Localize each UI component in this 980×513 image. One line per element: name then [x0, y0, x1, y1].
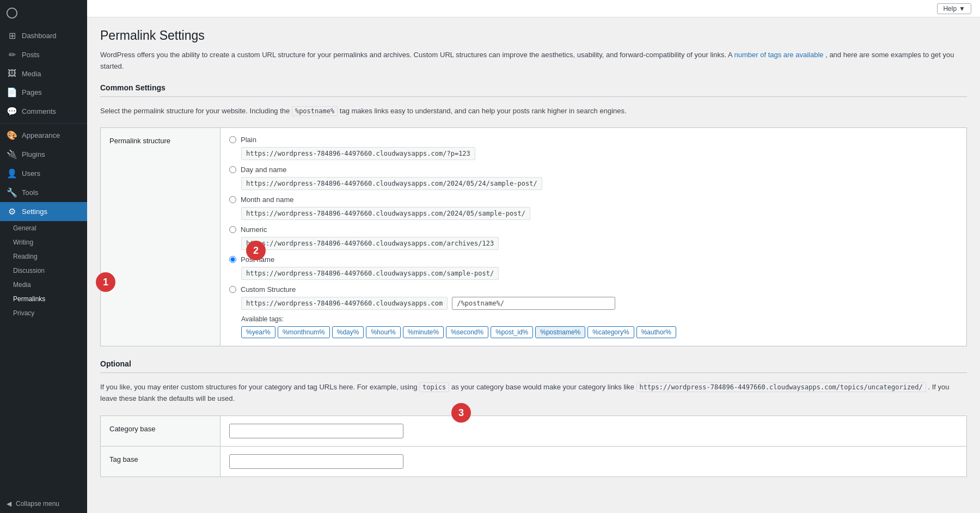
sidebar-item-label: Tools	[22, 188, 38, 197]
permalink-structure-row: Permalink structure Plain https://wordpr…	[101, 128, 966, 346]
tag-minute[interactable]: %minute%	[403, 326, 444, 338]
common-settings-title: Common Settings	[100, 83, 967, 97]
collapse-menu-label: Collapse menu	[16, 500, 59, 508]
sidebar-item-users[interactable]: 👤 Users	[0, 164, 87, 183]
collapse-arrow-icon: ◀	[7, 500, 11, 508]
tag-year[interactable]: %year%	[241, 326, 275, 338]
main-area: Help ▼ 1 2 3 Permalink Settings WordPres…	[87, 0, 980, 513]
radio-numeric: Numeric	[229, 225, 958, 234]
tag-post-id[interactable]: %post_id%	[491, 326, 533, 338]
plugins-icon: 🔌	[7, 149, 17, 160]
tags-available-link[interactable]: number of tags are available	[734, 51, 823, 59]
numeric-url: https://wordpress-784896-4497660.cloudwa…	[241, 237, 499, 250]
radio-custom: Custom Structure	[229, 285, 958, 294]
sidebar-item-tools[interactable]: 🔧 Tools	[0, 183, 87, 202]
permalinks-wrapper: 1 2 3 Permalink Settings WordPress offer…	[100, 28, 967, 477]
category-base-content	[220, 416, 966, 447]
collapse-menu-button[interactable]: ◀ Collapse menu	[0, 494, 87, 513]
optional-title: Optional	[100, 359, 967, 373]
tags-list: %year% %monthnum% %day% %hour% %minute% …	[241, 326, 958, 338]
settings-icon: ⚙	[7, 206, 17, 217]
sidebar-divider	[0, 123, 87, 124]
tag-day[interactable]: %day%	[332, 326, 364, 338]
common-settings-box: Permalink structure Plain https://wordpr…	[100, 127, 967, 346]
radio-custom-label[interactable]: Custom Structure	[241, 285, 296, 294]
content-area: 1 2 3 Permalink Settings WordPress offer…	[87, 17, 980, 513]
custom-structure-row: https://wordpress-784896-4497660.cloudwa…	[241, 297, 958, 310]
help-label: Help	[943, 5, 957, 13]
month-name-url: https://wordpress-784896-4497660.cloudwa…	[241, 207, 530, 220]
sidebar-item-label: Comments	[22, 107, 56, 115]
radio-plain-label[interactable]: Plain	[241, 136, 256, 144]
radio-month-name: Month and name	[229, 196, 958, 204]
permalink-structure-label: Permalink structure	[101, 128, 220, 346]
common-settings-desc: Select the permalink structure for your …	[100, 106, 967, 117]
radio-custom-input[interactable]	[229, 286, 236, 293]
sidebar-item-label: Posts	[22, 51, 40, 59]
topbar: Help ▼	[87, 0, 980, 17]
sidebar-sub-reading[interactable]: Reading	[0, 249, 87, 264]
radio-month-name-input[interactable]	[229, 196, 236, 203]
radio-post-name-input[interactable]	[229, 256, 236, 263]
radio-post-name: Post name	[229, 255, 958, 264]
sidebar-item-label: Dashboard	[22, 32, 57, 40]
sidebar-item-media[interactable]: 🖼 Media	[0, 64, 87, 83]
category-base-label: Category base	[101, 416, 220, 447]
tag-hour[interactable]: %hour%	[366, 326, 400, 338]
sidebar-sub-discussion[interactable]: Discussion	[0, 264, 87, 278]
optional-url-example: https://wordpress-784896-4497660.cloudwa…	[636, 382, 926, 392]
sidebar-item-posts[interactable]: ✏ Posts	[0, 45, 87, 64]
sidebar-sub-permalinks[interactable]: Permalinks	[0, 292, 87, 306]
radio-plain-input[interactable]	[229, 136, 236, 143]
users-icon: 👤	[7, 168, 17, 179]
sidebar-item-label: Pages	[22, 88, 42, 96]
available-tags-label: Available tags:	[241, 315, 958, 323]
pages-icon: 📄	[7, 87, 17, 97]
sidebar-item-plugins[interactable]: 🔌 Plugins	[0, 145, 87, 164]
sidebar-sub-media[interactable]: Media	[0, 278, 87, 292]
category-base-input[interactable]	[229, 424, 403, 438]
available-tags-section: Available tags: %year% %monthnum% %day% …	[241, 315, 958, 338]
sidebar-item-label: Settings	[22, 207, 47, 216]
custom-structure-input[interactable]	[452, 297, 615, 310]
tag-author[interactable]: %author%	[636, 326, 676, 338]
radio-month-name-label[interactable]: Month and name	[241, 196, 294, 204]
radio-day-name-label[interactable]: Day and name	[241, 166, 287, 174]
intro-text: WordPress offers you the ability to crea…	[100, 50, 967, 72]
appearance-icon: 🎨	[7, 130, 17, 141]
sidebar-sub-privacy[interactable]: Privacy	[0, 306, 87, 320]
tools-icon: 🔧	[7, 187, 17, 198]
radio-day-name-input[interactable]	[229, 166, 236, 173]
tag-category[interactable]: %category%	[587, 326, 634, 338]
sidebar-item-dashboard[interactable]: ⊞ Dashboard	[0, 26, 87, 45]
day-name-url: https://wordpress-784896-4497660.cloudwa…	[241, 177, 542, 190]
tag-postname[interactable]: %postname%	[535, 326, 585, 338]
sidebar-item-label: Appearance	[22, 131, 60, 139]
dashboard-icon: ⊞	[7, 30, 17, 41]
sidebar-sub-general[interactable]: General	[0, 221, 87, 235]
posts-icon: ✏	[7, 50, 17, 60]
page-title: Permalink Settings	[100, 28, 967, 43]
tag-monthnum[interactable]: %monthnum%	[278, 326, 330, 338]
sidebar-settings-submenu: General Writing Reading Discussion Media…	[0, 221, 87, 320]
sidebar-item-label: Media	[22, 70, 41, 78]
sidebar-item-settings[interactable]: ⚙ Settings	[0, 202, 87, 221]
help-chevron-icon: ▼	[959, 5, 965, 13]
tag-base-input[interactable]	[229, 454, 403, 469]
custom-prefix: https://wordpress-784896-4497660.cloudwa…	[241, 297, 448, 310]
tag-base-content	[220, 447, 966, 477]
radio-numeric-label[interactable]: Numeric	[241, 225, 267, 234]
radio-plain: Plain	[229, 136, 958, 144]
help-button[interactable]: Help ▼	[937, 3, 971, 14]
sidebar-item-label: Users	[22, 169, 40, 178]
sidebar-item-appearance[interactable]: 🎨 Appearance	[0, 126, 87, 145]
tag-base-row: Tag base	[101, 447, 966, 477]
sidebar-item-pages[interactable]: 📄 Pages	[0, 83, 87, 102]
sidebar-item-comments[interactable]: 💬 Comments	[0, 102, 87, 121]
category-base-row: Category base	[101, 416, 966, 447]
radio-numeric-input[interactable]	[229, 226, 236, 233]
radio-post-name-label[interactable]: Post name	[241, 255, 274, 264]
post-name-url: https://wordpress-784896-4497660.cloudwa…	[241, 267, 499, 280]
tag-second[interactable]: %second%	[446, 326, 488, 338]
sidebar-sub-writing[interactable]: Writing	[0, 235, 87, 249]
